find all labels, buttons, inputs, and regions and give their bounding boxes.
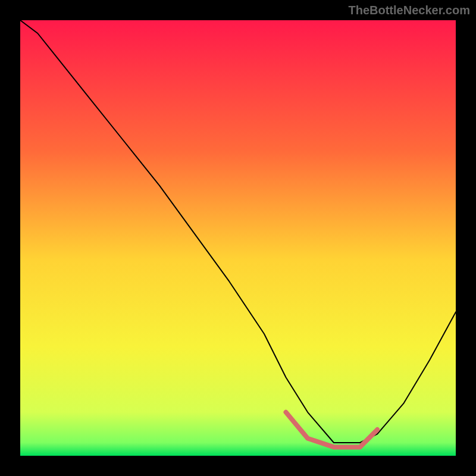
chart-svg	[20, 20, 456, 456]
chart-background	[20, 20, 456, 456]
chart-plot-area	[20, 20, 456, 456]
watermark-text: TheBottleNecker.com	[348, 4, 470, 17]
